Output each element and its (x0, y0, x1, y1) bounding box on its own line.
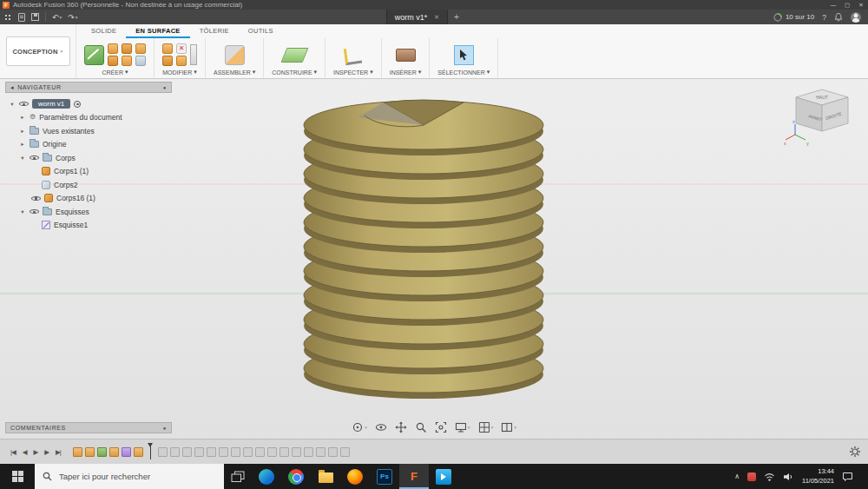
zoom-button[interactable] (412, 420, 430, 434)
visibility-eye-icon[interactable] (30, 154, 39, 162)
viewports-button[interactable]: ▾ (498, 420, 519, 434)
group-label-modifier[interactable]: MODIFIER▾ (162, 69, 197, 77)
timeline-feature-icon[interactable] (304, 447, 313, 457)
workspace-selector[interactable]: CONCEPTION▾ (6, 36, 70, 66)
select-icon[interactable] (454, 45, 474, 65)
undo-dropdown-icon[interactable]: ▾ (60, 15, 62, 20)
document-tab-close-icon[interactable]: ✕ (434, 14, 439, 21)
job-status[interactable]: 10 sur 10 (773, 13, 814, 22)
search-input[interactable] (57, 471, 201, 482)
timeline-feature-icon[interactable] (292, 447, 301, 457)
timeline-skip-start-button[interactable]: |◀ (7, 448, 19, 456)
expand-icon[interactable]: ▾ (19, 208, 26, 215)
taskbar-app-edge[interactable] (252, 464, 281, 489)
timeline-feature-icon[interactable] (182, 447, 192, 457)
tree-item-corps2[interactable]: Corps2 (5, 178, 172, 192)
timeline-feature-icon[interactable] (158, 447, 168, 457)
taskbar-app-media[interactable] (429, 464, 458, 489)
timeline-feature-icon[interactable] (267, 447, 277, 457)
create-tool-icon[interactable] (122, 43, 132, 54)
timeline-feature-icon[interactable] (122, 447, 131, 457)
assemble-icon[interactable] (225, 45, 245, 65)
file-menu-icon[interactable] (18, 13, 25, 22)
timeline-step-forward-button[interactable]: ▶ (41, 448, 52, 456)
modify-tool-icon[interactable] (162, 43, 173, 54)
save-icon[interactable] (31, 13, 39, 21)
timeline-feature-icon[interactable] (255, 447, 265, 457)
pan-button[interactable] (392, 420, 410, 434)
view-cube[interactable]: HAUT AVANT DROITE z x y (783, 84, 861, 152)
display-settings-button[interactable]: ▾ (452, 420, 473, 434)
tab-solide[interactable]: SOLIDE (82, 25, 126, 38)
tree-item-named-views[interactable]: ▸ Vues existantes (5, 124, 172, 138)
redo-button[interactable]: ↷▾ (68, 13, 77, 22)
tree-item-bodies-folder[interactable]: ▾ Corps (5, 151, 172, 165)
user-avatar[interactable] (851, 12, 861, 23)
expand-icon[interactable]: ▸ (19, 114, 26, 121)
tree-item-corps16[interactable]: Corps16 (1) (5, 192, 172, 206)
panel-toggle-icon[interactable]: ● (163, 85, 167, 90)
timeline-feature-icon[interactable] (73, 447, 82, 457)
tray-app-icon[interactable] (747, 472, 756, 481)
timeline-position-marker[interactable] (147, 443, 155, 460)
group-label-assembler[interactable]: ASSEMBLER▾ (214, 69, 255, 77)
timeline-feature-icon[interactable] (97, 447, 107, 457)
new-tab-button[interactable]: + (448, 10, 465, 24)
timeline-step-back-button[interactable]: ◀ (19, 448, 30, 456)
create-tool-icon[interactable] (135, 56, 146, 66)
group-label-selectionner[interactable]: SÉLECTIONNER▾ (437, 69, 490, 77)
expand-icon[interactable]: ▾ (9, 101, 16, 108)
visibility-eye-icon[interactable] (30, 208, 39, 215)
help-icon[interactable]: ? (822, 13, 826, 22)
collapse-icon[interactable]: ◂ (10, 84, 14, 91)
navigator-header[interactable]: ◂ NAVIGATEUR ● (5, 82, 172, 93)
create-sketch-icon[interactable] (84, 45, 104, 65)
create-tool-icon[interactable] (122, 56, 132, 66)
insert-icon[interactable] (396, 49, 416, 62)
timeline-settings-gear-icon[interactable] (849, 446, 861, 458)
viewport-canvas[interactable]: ◂ NAVIGATEUR ● ▾ worm v1 ▸ ⚙ Paramètres … (0, 79, 868, 439)
visibility-eye-icon[interactable] (31, 195, 41, 202)
wifi-icon[interactable] (764, 472, 775, 481)
timeline-play-button[interactable]: ▶ (30, 448, 42, 456)
taskbar-app-chrome[interactable] (281, 464, 311, 489)
timeline-feature-icon[interactable] (134, 447, 143, 457)
tree-item-esquisse1[interactable]: Esquisse1 (5, 219, 172, 233)
tree-item-corps1[interactable]: Corps1 (1) (5, 165, 172, 179)
fit-button[interactable] (432, 420, 450, 434)
trim-tool-icon[interactable]: ✕ (176, 43, 187, 54)
group-label-construire[interactable]: CONSTRUIRE▾ (272, 69, 317, 77)
maximize-button[interactable]: ▢ (840, 2, 854, 9)
task-view-button[interactable] (224, 464, 252, 489)
group-label-inspecter[interactable]: INSPECTER▾ (333, 69, 373, 77)
taskbar-search[interactable] (35, 464, 224, 489)
timeline-skip-end-button[interactable]: ▶| (52, 448, 64, 456)
tree-item-sketches-folder[interactable]: ▾ Esquisses (5, 205, 172, 219)
timeline-feature-icon[interactable] (340, 447, 350, 457)
expand-icon[interactable]: ▾ (19, 155, 26, 162)
tab-en-surface[interactable]: EN SURFACE (126, 25, 189, 38)
inspect-measure-icon[interactable] (344, 46, 362, 64)
start-button[interactable] (0, 464, 35, 489)
visibility-eye-icon[interactable] (19, 100, 29, 108)
tab-tolerie[interactable]: TÔLERIE (190, 25, 239, 38)
app-launcher-icon[interactable] (3, 13, 12, 22)
tab-outils[interactable]: OUTILS (239, 25, 283, 38)
timeline-feature-icon[interactable] (316, 447, 326, 457)
create-tool-icon[interactable] (108, 43, 118, 54)
comments-header[interactable]: COMMENTAIRES ● (5, 422, 172, 433)
look-at-button[interactable] (372, 420, 390, 434)
panel-toggle-icon[interactable]: ● (163, 426, 167, 431)
tree-item-document-settings[interactable]: ▸ ⚙ Paramètres du document (5, 111, 172, 125)
timeline-feature-icon[interactable] (231, 447, 240, 457)
timeline-feature-icon[interactable] (243, 447, 253, 457)
timeline-feature-icon[interactable] (279, 447, 289, 457)
expand-icon[interactable]: ▸ (19, 128, 26, 135)
taskbar-app-firefox[interactable] (340, 464, 370, 489)
timeline-feature-icon[interactable] (170, 447, 180, 457)
undo-button[interactable]: ↶▾ (52, 13, 62, 22)
close-button[interactable]: ✕ (854, 2, 868, 9)
group-label-inserer[interactable]: INSÉRER▾ (390, 69, 422, 77)
timeline-feature-icon[interactable] (109, 447, 119, 457)
volume-icon[interactable] (783, 472, 794, 481)
